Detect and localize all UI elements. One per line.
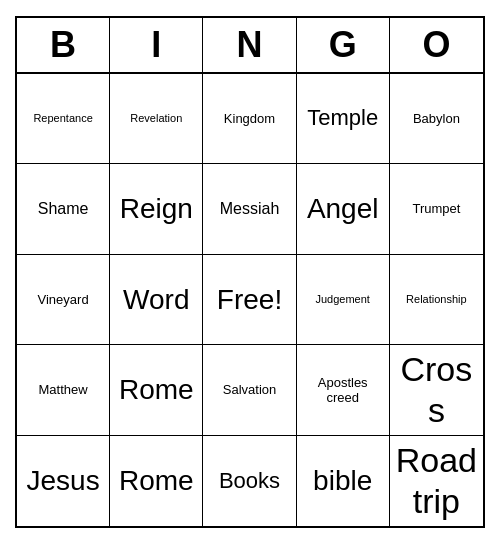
bingo-cell-r2-c4: Relationship bbox=[390, 255, 483, 346]
bingo-cell-r2-c0: Vineyard bbox=[17, 255, 110, 346]
bingo-header-letter: I bbox=[110, 18, 203, 72]
cell-label: Temple bbox=[307, 105, 378, 131]
cell-label: Salvation bbox=[223, 382, 276, 398]
cell-label: Judgement bbox=[315, 293, 369, 306]
cell-label: Babylon bbox=[413, 111, 460, 127]
bingo-header-letter: B bbox=[17, 18, 110, 72]
cell-label: Rome bbox=[119, 464, 194, 498]
cell-label: Vineyard bbox=[38, 292, 89, 308]
bingo-grid: RepentanceRevelationKingdomTempleBabylon… bbox=[17, 74, 483, 527]
cell-label: Messiah bbox=[220, 199, 280, 218]
cell-label: Rome bbox=[119, 373, 194, 407]
cell-label: Angel bbox=[307, 192, 379, 226]
bingo-cell-r3-c3: Apostles creed bbox=[297, 345, 390, 436]
cell-label: Trumpet bbox=[412, 201, 460, 217]
cell-label: Relationship bbox=[406, 293, 467, 306]
bingo-cell-r1-c2: Messiah bbox=[203, 164, 296, 255]
bingo-cell-r3-c0: Matthew bbox=[17, 345, 110, 436]
cell-label: Matthew bbox=[39, 382, 88, 398]
bingo-cell-r2-c3: Judgement bbox=[297, 255, 390, 346]
bingo-cell-r0-c1: Revelation bbox=[110, 74, 203, 165]
bingo-cell-r4-c1: Rome bbox=[110, 436, 203, 527]
bingo-header: BINGO bbox=[17, 18, 483, 74]
bingo-cell-r2-c2: Free! bbox=[203, 255, 296, 346]
bingo-cell-r3-c1: Rome bbox=[110, 345, 203, 436]
cell-label: Kingdom bbox=[224, 111, 275, 127]
cell-label: Books bbox=[219, 468, 280, 494]
bingo-header-letter: O bbox=[390, 18, 483, 72]
bingo-cell-r4-c4: Road trip bbox=[390, 436, 483, 527]
cell-label: Apostles creed bbox=[301, 375, 385, 406]
cell-label: Road trip bbox=[394, 440, 479, 522]
bingo-cell-r4-c3: bible bbox=[297, 436, 390, 527]
cell-label: Cross bbox=[394, 349, 479, 431]
bingo-cell-r3-c4: Cross bbox=[390, 345, 483, 436]
cell-label: Word bbox=[123, 283, 189, 317]
bingo-cell-r1-c3: Angel bbox=[297, 164, 390, 255]
bingo-cell-r0-c2: Kingdom bbox=[203, 74, 296, 165]
bingo-cell-r0-c4: Babylon bbox=[390, 74, 483, 165]
bingo-cell-r3-c2: Salvation bbox=[203, 345, 296, 436]
bingo-cell-r0-c3: Temple bbox=[297, 74, 390, 165]
cell-label: Revelation bbox=[130, 112, 182, 125]
bingo-cell-r1-c1: Reign bbox=[110, 164, 203, 255]
bingo-cell-r1-c4: Trumpet bbox=[390, 164, 483, 255]
cell-label: Reign bbox=[120, 192, 193, 226]
bingo-cell-r1-c0: Shame bbox=[17, 164, 110, 255]
bingo-cell-r0-c0: Repentance bbox=[17, 74, 110, 165]
cell-label: Repentance bbox=[33, 112, 92, 125]
bingo-cell-r2-c1: Word bbox=[110, 255, 203, 346]
bingo-header-letter: G bbox=[297, 18, 390, 72]
bingo-cell-r4-c0: Jesus bbox=[17, 436, 110, 527]
bingo-card: BINGO RepentanceRevelationKingdomTempleB… bbox=[15, 16, 485, 529]
cell-label: Jesus bbox=[27, 464, 100, 498]
cell-label: Free! bbox=[217, 283, 282, 317]
bingo-header-letter: N bbox=[203, 18, 296, 72]
cell-label: Shame bbox=[38, 199, 89, 218]
cell-label: bible bbox=[313, 464, 372, 498]
bingo-cell-r4-c2: Books bbox=[203, 436, 296, 527]
